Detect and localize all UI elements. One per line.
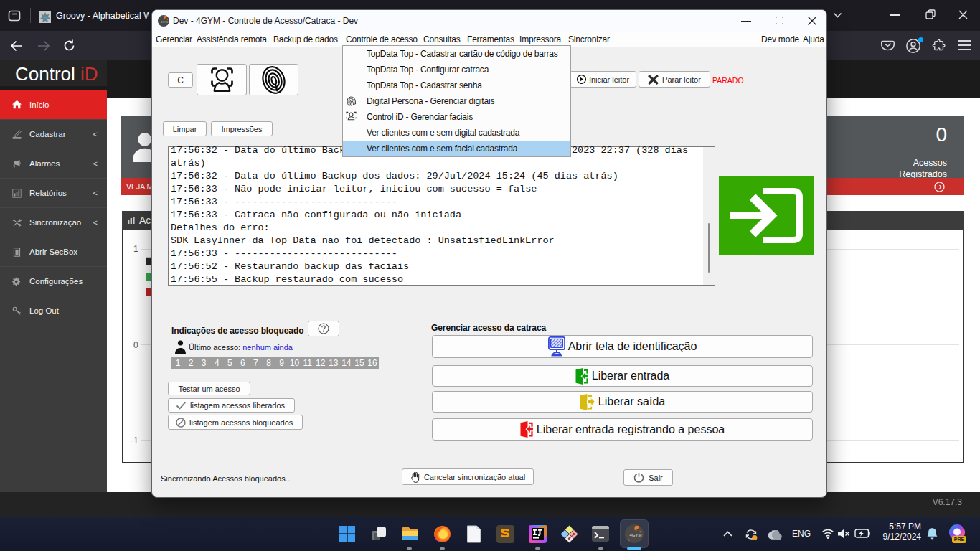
svg-text:4GYM: 4GYM xyxy=(161,21,168,24)
svg-text:4GYM: 4GYM xyxy=(630,533,642,537)
